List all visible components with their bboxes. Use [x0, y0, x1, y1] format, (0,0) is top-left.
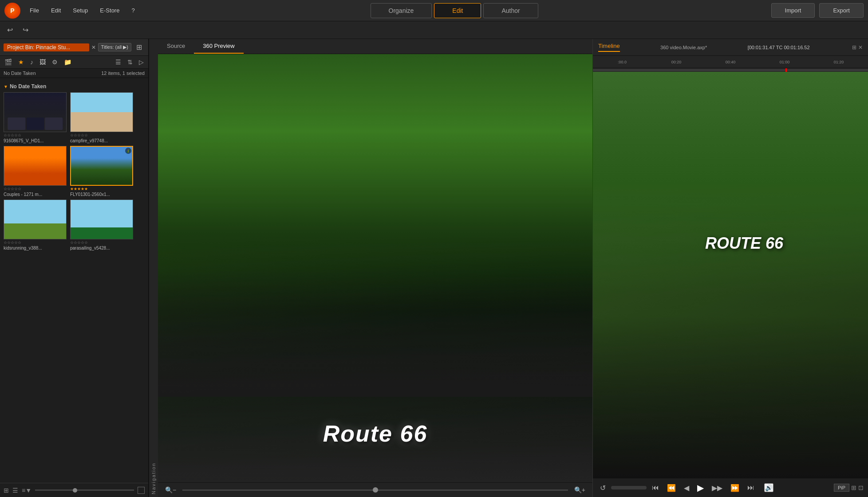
skip-end-btn[interactable]: ⏭ [745, 482, 757, 493]
preview-top: Source 360 Preview Route 66 🔍− 🔍+ [158, 39, 868, 497]
media-name-0: 91608675_V_HD1... [4, 138, 67, 143]
media-stars-5: ☆☆☆☆☆ [70, 240, 133, 245]
source-zoom-out[interactable]: 🔍− [162, 485, 179, 494]
view-list2-btn[interactable]: ≡▼ [22, 487, 32, 494]
main-content: Project Bin: Pinnacle Stu... ✕ Titles: (… [0, 39, 868, 497]
tab-author[interactable]: Author [483, 3, 538, 18]
panel-icon-star[interactable]: ★ [16, 58, 26, 67]
video-content: Route 66 [158, 54, 592, 482]
panel-icon-music[interactable]: ♪ [28, 58, 35, 67]
undo-button[interactable]: ↩ [4, 24, 16, 35]
rewind-btn[interactable]: ◀ [681, 482, 692, 493]
expand-icon[interactable]: ⊞ [852, 44, 856, 51]
timeline-panel-header: Timeline 360 video.Movie.axp* [00:01:31.… [593, 39, 868, 56]
tab-360-preview[interactable]: 360 Preview [194, 39, 244, 54]
ruler-mark-3: 01:00 [758, 60, 812, 64]
source-panel: Source 360 Preview Route 66 🔍− 🔍+ [158, 39, 593, 497]
panel-toolbar: 🎬 ★ ♪ 🖼 ⚙ 📁 ☰ ⇅ ▷ [0, 56, 148, 69]
menu-edit[interactable]: Edit [48, 5, 63, 16]
info-mark: i [125, 148, 131, 154]
bin-close-button[interactable]: ✕ [91, 44, 96, 51]
tab-edit[interactable]: Edit [434, 3, 481, 18]
nav-tabs: Organize Edit Author [371, 3, 538, 18]
pip-icon2[interactable]: ⊡ [858, 484, 864, 491]
media-thumb-3: ✓ i [70, 146, 133, 186]
media-name-4: kidsrunning_v388... [4, 246, 67, 250]
date-label: No Date Taken [4, 70, 36, 76]
import-button[interactable]: Import [771, 3, 815, 18]
view-square-btn[interactable] [138, 487, 145, 494]
panel-icon-folder[interactable]: 📁 [62, 58, 73, 67]
step-back-btn[interactable]: ⏪ [664, 482, 679, 493]
source-video: Route 66 [158, 54, 592, 482]
media-row-2: ☆☆☆☆☆ Couples - 1271 m... ✓ i ★★★★★ FLY0… [4, 146, 145, 197]
skip-start-btn[interactable]: ⏮ [649, 482, 662, 493]
media-item-2[interactable]: ☆☆☆☆☆ Couples - 1271 m... [4, 146, 67, 197]
project-bin-header: Project Bin: Pinnacle Stu... ✕ Titles: (… [0, 39, 148, 56]
titles-button[interactable]: Titles: (all ▶) [98, 43, 131, 51]
top-bar: P File Edit Setup E-Store ? Organize Edi… [0, 0, 868, 21]
left-panel-bottom: ⊞ ☰ ≡▼ [0, 483, 148, 497]
panel-icon-expand[interactable]: ▷ [137, 58, 146, 67]
source-tabs: Source 360 Preview [158, 39, 592, 54]
timeline-video: ROUTE 66 [593, 72, 868, 478]
media-name-5: parasailing_v5428... [70, 246, 133, 250]
left-panel: Project Bin: Pinnacle Stu... ✕ Titles: (… [0, 39, 149, 497]
timeline-progress[interactable] [593, 68, 868, 72]
panel-icon-sort[interactable]: ⇅ [126, 58, 134, 67]
media-item-5[interactable]: ☆☆☆☆☆ parasailing_v5428... [70, 200, 133, 250]
volume-btn[interactable]: 🔊 [764, 483, 773, 492]
panel-icon-list[interactable]: ☰ [114, 58, 123, 67]
expand-button[interactable]: ⊞ [134, 42, 145, 53]
pip-button[interactable]: PiP [834, 484, 849, 492]
media-stars-0: ☆☆☆☆☆ [4, 133, 67, 137]
toolbar-row: ↩ ↪ [0, 21, 868, 39]
media-thumb-1 [70, 92, 133, 132]
source-controls: 🔍− 🔍+ [158, 482, 592, 497]
source-zoom-slider[interactable] [182, 489, 568, 491]
panel-icon-clip[interactable]: 🎬 [3, 58, 14, 67]
timeline-tab-label[interactable]: Timeline [598, 43, 620, 52]
top-right-buttons: Import Export [771, 3, 864, 18]
media-item-0[interactable]: ☆☆☆☆☆ 91608675_V_HD1... [4, 92, 67, 143]
export-button[interactable]: Export [819, 3, 864, 18]
timeline-video-content: ROUTE 66 [593, 72, 868, 478]
media-thumb-2 [4, 146, 67, 186]
step-fwd-btn[interactable]: ⏩ [728, 482, 742, 493]
tab-source[interactable]: Source [158, 39, 194, 54]
menu-file[interactable]: File [27, 5, 42, 16]
pip-area: PiP ⊞ ⊡ [834, 484, 864, 492]
bin-info: No Date Taken 12 items, 1 selected [0, 69, 148, 78]
pip-expand-icon[interactable]: ⊞ [851, 484, 856, 491]
navigation-label: Navigation [149, 39, 158, 497]
timeline-ruler: :00.0 00:20 00:40 01:00 01:20 [593, 56, 868, 68]
playback-bar[interactable] [611, 486, 647, 489]
media-item-1[interactable]: ☆☆☆☆☆ campfire_v97748... [70, 92, 133, 143]
menu-help[interactable]: ? [129, 5, 137, 16]
timecode-info: [00:01:31.47 TC 00:01:16.52 [748, 45, 810, 50]
media-name-1: campfire_v97748... [70, 138, 133, 143]
media-thumb-5 [70, 200, 133, 239]
ruler-mark-4: 01:20 [812, 60, 866, 64]
media-item-3[interactable]: ✓ i ★★★★★ FLY01301-2560x1... [70, 146, 133, 197]
app-logo: P [4, 3, 20, 19]
media-item-4[interactable]: ☆☆☆☆☆ kidsrunning_v388... [4, 200, 67, 250]
menu-estore[interactable]: E-Store [97, 5, 122, 16]
close-panel-icon[interactable]: ✕ [858, 44, 863, 51]
loop-btn[interactable]: ↺ [597, 482, 608, 493]
media-row-3: ☆☆☆☆☆ kidsrunning_v388... ☆☆☆☆☆ parasail… [4, 200, 145, 250]
route-66-text: Route 66 [323, 420, 428, 447]
media-thumb-4 [4, 200, 67, 239]
play-btn[interactable]: ▶ [694, 481, 706, 494]
panel-icon-image[interactable]: 🖼 [38, 58, 47, 67]
tab-organize[interactable]: Organize [371, 3, 432, 18]
redo-button[interactable]: ↪ [20, 24, 31, 35]
view-list-btn[interactable]: ☰ [12, 487, 18, 494]
ruler-mark-0: :00.0 [595, 60, 649, 64]
ff-btn[interactable]: ▶▶ [709, 482, 725, 493]
zoom-slider[interactable] [35, 489, 134, 491]
menu-setup[interactable]: Setup [70, 5, 91, 16]
view-grid-btn[interactable]: ⊞ [4, 487, 9, 494]
panel-icon-gear[interactable]: ⚙ [50, 58, 59, 67]
source-zoom-in[interactable]: 🔍+ [572, 485, 588, 494]
